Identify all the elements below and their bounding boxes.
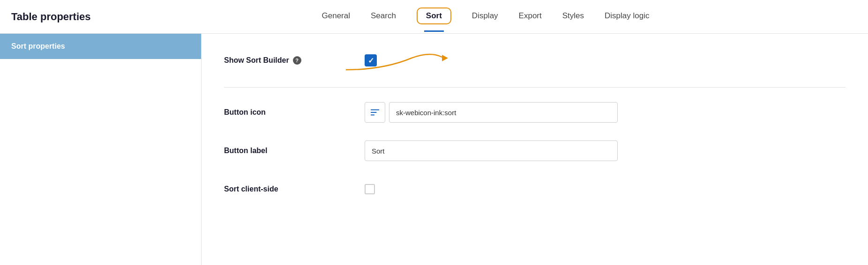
sidebar-item-sort-properties[interactable]: Sort properties [0, 34, 201, 59]
main-content: Show Sort Builder ? Button icon [202, 34, 868, 265]
tab-styles[interactable]: Styles [552, 0, 594, 33]
tab-export[interactable]: Export [509, 0, 552, 33]
tabs-container: General Search Sort Display Export Style… [312, 0, 660, 33]
tab-search[interactable]: Search [360, 0, 406, 33]
button-label-input[interactable] [365, 140, 618, 161]
form-row-show-sort-builder: Show Sort Builder ? [224, 49, 846, 72]
control-sort-client-side [365, 184, 846, 194]
tab-display[interactable]: Display [462, 0, 509, 33]
tab-general[interactable]: General [312, 0, 360, 33]
sidebar: Sort properties [0, 34, 202, 265]
checkbox-sort-client-side[interactable] [365, 184, 375, 194]
sort-icon [370, 107, 380, 118]
label-button-label: Button label [224, 147, 365, 155]
form-row-sort-client-side: Sort client-side [224, 177, 846, 201]
checkbox-show-sort-builder[interactable] [365, 54, 377, 66]
page-title: Table properties [11, 11, 114, 23]
tab-sort[interactable]: Sort [406, 0, 462, 33]
button-icon-input[interactable] [389, 102, 618, 123]
app-container: Table properties General Search Sort Dis… [0, 0, 868, 265]
label-show-sort-builder: Show Sort Builder ? [224, 56, 365, 65]
tab-sort-label[interactable]: Sort [417, 7, 451, 24]
help-icon-show-sort-builder[interactable]: ? [293, 56, 301, 65]
header: Table properties General Search Sort Dis… [0, 0, 868, 34]
separator-1 [224, 87, 846, 88]
label-button-icon: Button icon [224, 108, 365, 117]
svg-marker-0 [442, 55, 448, 61]
button-icon-field [365, 102, 618, 123]
body-layout: Sort properties Show Sort Builder ? [0, 34, 868, 265]
form-row-button-icon: Button icon [224, 101, 846, 124]
icon-preview [365, 102, 385, 123]
form-row-button-label: Button label [224, 139, 846, 162]
label-sort-client-side: Sort client-side [224, 185, 365, 193]
control-button-label [365, 140, 846, 161]
tab-display-logic[interactable]: Display logic [594, 0, 659, 33]
control-button-icon [365, 102, 846, 123]
control-show-sort-builder [365, 54, 846, 66]
